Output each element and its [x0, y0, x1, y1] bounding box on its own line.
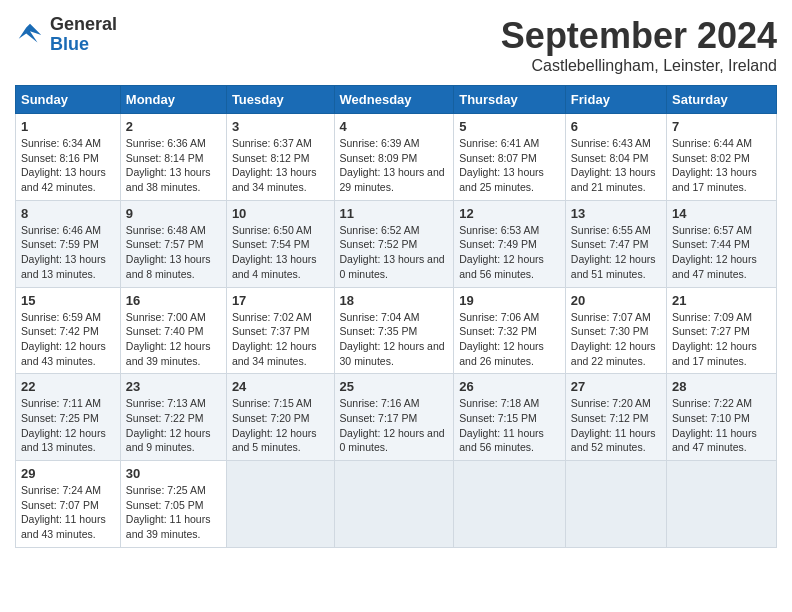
- cell-0-5: 6Sunrise: 6:43 AMSunset: 8:04 PMDaylight…: [565, 114, 666, 201]
- cell-0-2: 3Sunrise: 6:37 AMSunset: 8:12 PMDaylight…: [226, 114, 334, 201]
- day-info: Sunrise: 7:09 AMSunset: 7:27 PMDaylight:…: [672, 310, 771, 369]
- cell-2-0: 15Sunrise: 6:59 AMSunset: 7:42 PMDayligh…: [16, 287, 121, 374]
- cell-0-3: 4Sunrise: 6:39 AMSunset: 8:09 PMDaylight…: [334, 114, 454, 201]
- cell-1-1: 9Sunrise: 6:48 AMSunset: 7:57 PMDaylight…: [120, 200, 226, 287]
- day-info: Sunrise: 6:39 AMSunset: 8:09 PMDaylight:…: [340, 136, 449, 195]
- cell-3-2: 24Sunrise: 7:15 AMSunset: 7:20 PMDayligh…: [226, 374, 334, 461]
- day-info: Sunrise: 7:25 AMSunset: 7:05 PMDaylight:…: [126, 483, 221, 542]
- day-info: Sunrise: 6:52 AMSunset: 7:52 PMDaylight:…: [340, 223, 449, 282]
- day-info: Sunrise: 6:44 AMSunset: 8:02 PMDaylight:…: [672, 136, 771, 195]
- day-info: Sunrise: 7:24 AMSunset: 7:07 PMDaylight:…: [21, 483, 115, 542]
- day-info: Sunrise: 6:41 AMSunset: 8:07 PMDaylight:…: [459, 136, 560, 195]
- calendar-body: 1Sunrise: 6:34 AMSunset: 8:16 PMDaylight…: [16, 114, 777, 548]
- cell-4-6: [667, 461, 777, 548]
- cell-2-2: 17Sunrise: 7:02 AMSunset: 7:37 PMDayligh…: [226, 287, 334, 374]
- day-number: 13: [571, 206, 661, 221]
- title-block: September 2024 Castlebellingham, Leinste…: [501, 15, 777, 75]
- cell-2-4: 19Sunrise: 7:06 AMSunset: 7:32 PMDayligh…: [454, 287, 566, 374]
- cell-0-4: 5Sunrise: 6:41 AMSunset: 8:07 PMDaylight…: [454, 114, 566, 201]
- day-info: Sunrise: 7:18 AMSunset: 7:15 PMDaylight:…: [459, 396, 560, 455]
- header-monday: Monday: [120, 86, 226, 114]
- week-row-3: 15Sunrise: 6:59 AMSunset: 7:42 PMDayligh…: [16, 287, 777, 374]
- day-info: Sunrise: 7:15 AMSunset: 7:20 PMDaylight:…: [232, 396, 329, 455]
- header-wednesday: Wednesday: [334, 86, 454, 114]
- header-friday: Friday: [565, 86, 666, 114]
- header-thursday: Thursday: [454, 86, 566, 114]
- day-info: Sunrise: 6:53 AMSunset: 7:49 PMDaylight:…: [459, 223, 560, 282]
- day-number: 29: [21, 466, 115, 481]
- location: Castlebellingham, Leinster, Ireland: [501, 57, 777, 75]
- day-info: Sunrise: 6:59 AMSunset: 7:42 PMDaylight:…: [21, 310, 115, 369]
- day-number: 17: [232, 293, 329, 308]
- week-row-5: 29Sunrise: 7:24 AMSunset: 7:07 PMDayligh…: [16, 461, 777, 548]
- day-info: Sunrise: 7:20 AMSunset: 7:12 PMDaylight:…: [571, 396, 661, 455]
- cell-3-3: 25Sunrise: 7:16 AMSunset: 7:17 PMDayligh…: [334, 374, 454, 461]
- cell-3-1: 23Sunrise: 7:13 AMSunset: 7:22 PMDayligh…: [120, 374, 226, 461]
- day-number: 11: [340, 206, 449, 221]
- cell-1-3: 11Sunrise: 6:52 AMSunset: 7:52 PMDayligh…: [334, 200, 454, 287]
- cell-2-1: 16Sunrise: 7:00 AMSunset: 7:40 PMDayligh…: [120, 287, 226, 374]
- cell-3-6: 28Sunrise: 7:22 AMSunset: 7:10 PMDayligh…: [667, 374, 777, 461]
- cell-3-0: 22Sunrise: 7:11 AMSunset: 7:25 PMDayligh…: [16, 374, 121, 461]
- day-info: Sunrise: 6:37 AMSunset: 8:12 PMDaylight:…: [232, 136, 329, 195]
- cell-4-1: 30Sunrise: 7:25 AMSunset: 7:05 PMDayligh…: [120, 461, 226, 548]
- header-saturday: Saturday: [667, 86, 777, 114]
- day-number: 3: [232, 119, 329, 134]
- day-number: 20: [571, 293, 661, 308]
- day-number: 6: [571, 119, 661, 134]
- day-info: Sunrise: 7:13 AMSunset: 7:22 PMDaylight:…: [126, 396, 221, 455]
- day-info: Sunrise: 6:50 AMSunset: 7:54 PMDaylight:…: [232, 223, 329, 282]
- day-info: Sunrise: 7:11 AMSunset: 7:25 PMDaylight:…: [21, 396, 115, 455]
- day-info: Sunrise: 7:22 AMSunset: 7:10 PMDaylight:…: [672, 396, 771, 455]
- cell-0-1: 2Sunrise: 6:36 AMSunset: 8:14 PMDaylight…: [120, 114, 226, 201]
- day-number: 18: [340, 293, 449, 308]
- page-header: General Blue September 2024 Castlebellin…: [15, 15, 777, 75]
- day-info: Sunrise: 6:34 AMSunset: 8:16 PMDaylight:…: [21, 136, 115, 195]
- cell-4-4: [454, 461, 566, 548]
- day-info: Sunrise: 6:55 AMSunset: 7:47 PMDaylight:…: [571, 223, 661, 282]
- day-number: 15: [21, 293, 115, 308]
- day-info: Sunrise: 6:57 AMSunset: 7:44 PMDaylight:…: [672, 223, 771, 282]
- day-number: 2: [126, 119, 221, 134]
- header-sunday: Sunday: [16, 86, 121, 114]
- day-number: 14: [672, 206, 771, 221]
- cell-4-2: [226, 461, 334, 548]
- day-number: 30: [126, 466, 221, 481]
- day-number: 21: [672, 293, 771, 308]
- day-info: Sunrise: 7:07 AMSunset: 7:30 PMDaylight:…: [571, 310, 661, 369]
- header-tuesday: Tuesday: [226, 86, 334, 114]
- cell-3-4: 26Sunrise: 7:18 AMSunset: 7:15 PMDayligh…: [454, 374, 566, 461]
- logo: General Blue: [15, 15, 117, 55]
- week-row-4: 22Sunrise: 7:11 AMSunset: 7:25 PMDayligh…: [16, 374, 777, 461]
- logo-general: General: [50, 15, 117, 35]
- cell-1-4: 12Sunrise: 6:53 AMSunset: 7:49 PMDayligh…: [454, 200, 566, 287]
- day-info: Sunrise: 6:48 AMSunset: 7:57 PMDaylight:…: [126, 223, 221, 282]
- cell-2-3: 18Sunrise: 7:04 AMSunset: 7:35 PMDayligh…: [334, 287, 454, 374]
- day-info: Sunrise: 7:16 AMSunset: 7:17 PMDaylight:…: [340, 396, 449, 455]
- day-number: 27: [571, 379, 661, 394]
- day-number: 8: [21, 206, 115, 221]
- day-number: 4: [340, 119, 449, 134]
- month-title: September 2024: [501, 15, 777, 57]
- day-number: 22: [21, 379, 115, 394]
- cell-4-0: 29Sunrise: 7:24 AMSunset: 7:07 PMDayligh…: [16, 461, 121, 548]
- logo-text: General Blue: [50, 15, 117, 55]
- day-number: 9: [126, 206, 221, 221]
- day-number: 25: [340, 379, 449, 394]
- day-number: 23: [126, 379, 221, 394]
- day-number: 19: [459, 293, 560, 308]
- day-number: 24: [232, 379, 329, 394]
- day-number: 16: [126, 293, 221, 308]
- day-number: 12: [459, 206, 560, 221]
- day-info: Sunrise: 7:06 AMSunset: 7:32 PMDaylight:…: [459, 310, 560, 369]
- day-number: 7: [672, 119, 771, 134]
- week-row-1: 1Sunrise: 6:34 AMSunset: 8:16 PMDaylight…: [16, 114, 777, 201]
- day-info: Sunrise: 6:46 AMSunset: 7:59 PMDaylight:…: [21, 223, 115, 282]
- cell-1-2: 10Sunrise: 6:50 AMSunset: 7:54 PMDayligh…: [226, 200, 334, 287]
- day-info: Sunrise: 7:02 AMSunset: 7:37 PMDaylight:…: [232, 310, 329, 369]
- svg-marker-0: [19, 24, 42, 43]
- cell-1-6: 14Sunrise: 6:57 AMSunset: 7:44 PMDayligh…: [667, 200, 777, 287]
- day-number: 28: [672, 379, 771, 394]
- cell-1-0: 8Sunrise: 6:46 AMSunset: 7:59 PMDaylight…: [16, 200, 121, 287]
- cell-0-6: 7Sunrise: 6:44 AMSunset: 8:02 PMDaylight…: [667, 114, 777, 201]
